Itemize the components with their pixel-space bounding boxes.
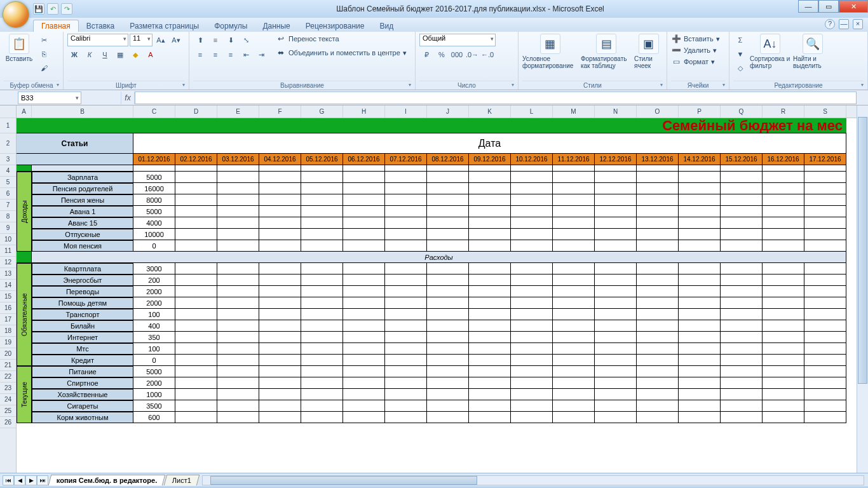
- cell[interactable]: [259, 240, 301, 252]
- col-header[interactable]: A: [17, 105, 32, 118]
- cell[interactable]: [427, 366, 469, 377]
- cell[interactable]: [469, 400, 511, 412]
- cell[interactable]: [385, 194, 427, 206]
- cell[interactable]: 100: [133, 343, 175, 355]
- cell[interactable]: [804, 286, 846, 297]
- cell[interactable]: [595, 217, 637, 229]
- cell[interactable]: [427, 263, 469, 274]
- cell[interactable]: [385, 165, 427, 172]
- row-header[interactable]: 1: [0, 118, 16, 133]
- cell[interactable]: [763, 297, 804, 309]
- cell[interactable]: [385, 366, 427, 377]
- cell[interactable]: [301, 332, 343, 343]
- cell[interactable]: [721, 194, 763, 206]
- cell[interactable]: [217, 183, 259, 194]
- cell[interactable]: [217, 286, 259, 297]
- cell[interactable]: [469, 377, 511, 389]
- cell[interactable]: [427, 217, 469, 229]
- cell[interactable]: [469, 297, 511, 309]
- cell[interactable]: [217, 206, 259, 217]
- cell[interactable]: [343, 240, 385, 252]
- row-header[interactable]: 10: [0, 234, 16, 245]
- cell[interactable]: [763, 309, 804, 320]
- cell[interactable]: [637, 377, 679, 389]
- cell[interactable]: [217, 274, 259, 286]
- cell[interactable]: [763, 412, 804, 423]
- col-header[interactable]: R: [763, 105, 804, 118]
- cell[interactable]: 06.12.2016: [343, 154, 385, 165]
- merge-center-button[interactable]: ⬌Объединить и поместить в центре ▾: [276, 48, 407, 58]
- cell[interactable]: [343, 297, 385, 309]
- tab-page-layout[interactable]: Разметка страницы: [122, 20, 207, 32]
- cell[interactable]: [595, 274, 637, 286]
- minimize-button[interactable]: —: [798, 0, 818, 13]
- cell[interactable]: [343, 183, 385, 194]
- cell[interactable]: 3000: [133, 263, 175, 274]
- conditional-format-button[interactable]: ▦Условное форматирование: [522, 34, 578, 69]
- delete-cells-button[interactable]: ➖Удалить ▾: [671, 45, 720, 55]
- cell[interactable]: 16000: [133, 183, 175, 194]
- cell[interactable]: [637, 389, 679, 400]
- cell[interactable]: Спиртное: [32, 377, 133, 389]
- cell[interactable]: [343, 343, 385, 355]
- cell[interactable]: [511, 165, 553, 172]
- cell[interactable]: [804, 217, 846, 229]
- cell[interactable]: [553, 286, 595, 297]
- row-header[interactable]: 3: [0, 154, 16, 165]
- cell[interactable]: [427, 274, 469, 286]
- cell[interactable]: [343, 263, 385, 274]
- cell[interactable]: [175, 165, 217, 172]
- cell[interactable]: [469, 332, 511, 343]
- cell[interactable]: [217, 240, 259, 252]
- col-header[interactable]: M: [553, 105, 595, 118]
- cell[interactable]: [679, 332, 721, 343]
- cell[interactable]: 1000: [133, 389, 175, 400]
- cell[interactable]: [721, 183, 763, 194]
- cell[interactable]: [595, 229, 637, 240]
- cell[interactable]: [301, 320, 343, 332]
- sheet-nav-last[interactable]: ⏭: [37, 475, 48, 485]
- cell[interactable]: [385, 263, 427, 274]
- cell[interactable]: [175, 206, 217, 217]
- sheet-nav-prev[interactable]: ◀: [14, 475, 25, 485]
- cell[interactable]: [804, 172, 846, 183]
- cell[interactable]: [217, 309, 259, 320]
- cell[interactable]: 5000: [133, 172, 175, 183]
- select-all-corner[interactable]: [0, 105, 16, 118]
- row-header[interactable]: 17: [0, 314, 16, 325]
- cell[interactable]: 3500: [133, 400, 175, 412]
- cell[interactable]: [217, 229, 259, 240]
- cell[interactable]: [804, 343, 846, 355]
- cell[interactable]: [175, 377, 217, 389]
- tab-data[interactable]: Данные: [255, 20, 297, 32]
- cell[interactable]: 01.12.2016: [133, 154, 175, 165]
- cell[interactable]: [637, 412, 679, 423]
- cell[interactable]: 5000: [133, 206, 175, 217]
- cell[interactable]: [595, 377, 637, 389]
- cell[interactable]: [259, 366, 301, 377]
- cell[interactable]: [343, 286, 385, 297]
- cell[interactable]: [553, 355, 595, 366]
- cell[interactable]: [385, 309, 427, 320]
- autosum-icon[interactable]: Σ: [733, 34, 747, 46]
- row-header[interactable]: 25: [0, 405, 16, 417]
- cell[interactable]: [721, 172, 763, 183]
- cell[interactable]: [259, 320, 301, 332]
- cell[interactable]: [553, 343, 595, 355]
- cell[interactable]: [511, 320, 553, 332]
- cell[interactable]: [427, 172, 469, 183]
- row-header[interactable]: 19: [0, 337, 16, 348]
- font-name-combo[interactable]: Calibri: [67, 34, 128, 46]
- cell[interactable]: [721, 263, 763, 274]
- cell[interactable]: 11.12.2016: [553, 154, 595, 165]
- cell[interactable]: [259, 400, 301, 412]
- cell[interactable]: [553, 206, 595, 217]
- cell[interactable]: [343, 355, 385, 366]
- cell[interactable]: [175, 366, 217, 377]
- paste-button[interactable]: 📋 Вставить: [4, 34, 34, 62]
- cell[interactable]: [804, 229, 846, 240]
- cell[interactable]: Авана 1: [32, 206, 133, 217]
- cell[interactable]: [553, 412, 595, 423]
- close-button[interactable]: ✕: [839, 0, 868, 13]
- cell[interactable]: Квартплата: [32, 263, 133, 274]
